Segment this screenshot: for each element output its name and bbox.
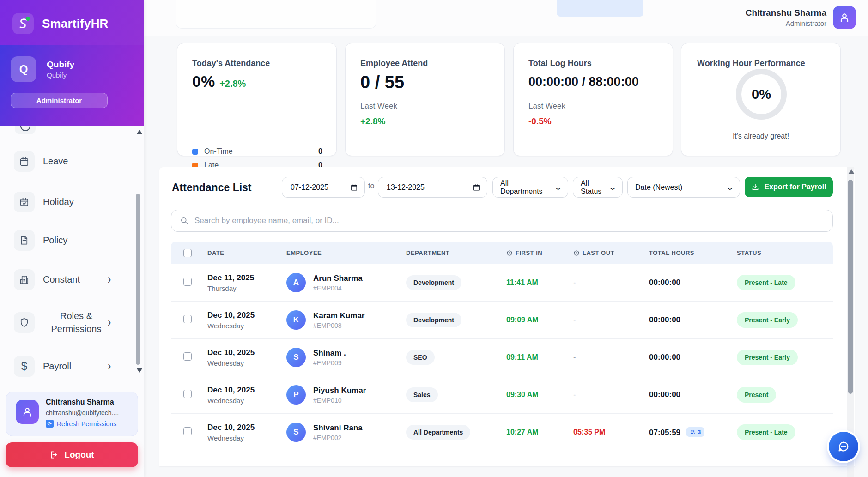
employee-avatar: A [286, 273, 306, 292]
sidebar: SmartifyHR Q Qubify Qubify Administrator… [0, 0, 144, 477]
logout-button[interactable]: Logout [6, 442, 138, 467]
column-status[interactable]: STATUS [737, 249, 828, 256]
row-checkbox[interactable] [183, 352, 192, 361]
sidebar-item-label: Payroll [43, 361, 71, 372]
row-checkbox[interactable] [183, 315, 192, 323]
dollar-icon: $ [14, 356, 35, 377]
sidebar-item-policy[interactable]: Policy [0, 229, 144, 251]
sidebar-item-constant[interactable]: Constant › [0, 269, 144, 290]
chat-support-button[interactable] [829, 432, 858, 461]
refresh-permissions-link[interactable]: ⟳ Refresh Permissions [46, 420, 116, 428]
employee-name: Shinam . [313, 349, 346, 358]
performance-percent: 0% [752, 87, 771, 102]
logout-icon [49, 450, 59, 459]
total-hours: 00:00:00 [649, 278, 680, 287]
shield-icon [14, 312, 35, 333]
department-badge: All Departments [406, 425, 470, 440]
search-input[interactable] [194, 216, 824, 225]
sidebar-item-holiday[interactable]: Holiday [0, 191, 144, 212]
column-total-hours[interactable]: TOTAL HOURS [649, 249, 737, 256]
select-all-checkbox[interactable] [183, 249, 192, 257]
attendance-delta: +2.8% [219, 78, 246, 89]
employee-id: #EMP004 [313, 284, 363, 292]
employee-avatar: P [286, 385, 306, 405]
last-out-time: 05:35 PM [573, 428, 605, 436]
employee-attend-value: 0 / 55 [360, 72, 404, 92]
row-weekday: Wednesday [207, 322, 286, 330]
column-last-out[interactable]: LAST OUT [573, 249, 649, 256]
employee-name: Arun Sharma [313, 274, 363, 283]
row-weekday: Wednesday [207, 434, 286, 442]
row-date: Dec 10, 2025 [207, 311, 286, 320]
main-scroll-up-arrow[interactable] [848, 169, 855, 174]
table-row: Dec 10, 2025WednesdayPPiyush Kumar#EMP01… [171, 376, 833, 414]
sort-select[interactable]: Date (Newest) ⌄ [627, 177, 740, 198]
attendance-table-body: Dec 11, 2025ThursdayAArun Sharma#EMP004D… [171, 264, 833, 451]
column-date[interactable]: DATE [207, 249, 286, 256]
sidebar-divider [0, 387, 144, 387]
column-first-in[interactable]: FIRST IN [506, 249, 573, 256]
smartifyhr-logo-icon [12, 13, 34, 34]
employee-name: Shivani Rana [313, 423, 363, 433]
document-icon [14, 230, 35, 251]
department-badge: Development [406, 275, 461, 290]
employee-id: #EMP009 [313, 359, 346, 367]
chevron-right-icon: › [108, 316, 111, 329]
last-out-time: - [573, 353, 576, 361]
sidebar-user-email: chitranshu@qubifytech.... [46, 409, 119, 417]
smartifyhr-dashboard: SmartifyHR Q Qubify Qubify Administrator… [0, 0, 868, 477]
sidebar-scrollbar-thumb[interactable] [136, 194, 140, 365]
first-in-time: 10:27 AM [506, 428, 539, 436]
performance-donut: 0% [736, 69, 787, 120]
refresh-icon: ⟳ [46, 420, 54, 428]
sidebar-scroll-down-arrow[interactable] [137, 368, 142, 373]
sidebar-item-roles-permissions[interactable]: Roles & Permissions › [0, 308, 144, 336]
status-filter-select[interactable]: All Status ⌄ [573, 177, 623, 198]
sidebar-item-payroll[interactable]: $ Payroll › [0, 356, 144, 377]
department-filter-select[interactable]: All Departments ⌄ [492, 177, 568, 198]
employee-attend-card: Employee Attend 0 / 55 Last Week +2.8% [345, 43, 505, 156]
total-log-hours-card: Total Log Hours 00:00:00 / 88:00:00 Last… [513, 43, 673, 156]
card-title: Total Log Hours [528, 59, 592, 68]
org-switcher[interactable]: Q Qubify Qubify [11, 56, 74, 82]
employee-id: #EMP008 [313, 322, 365, 329]
employee-name: Karam Kumar [313, 311, 365, 320]
org-name: Qubify [47, 60, 74, 70]
chat-icon [837, 440, 850, 453]
chevron-right-icon: › [108, 360, 111, 373]
sidebar-scroll-up-arrow[interactable] [137, 130, 142, 134]
calendar-icon [473, 183, 480, 191]
row-checkbox[interactable] [183, 427, 192, 435]
row-checkbox[interactable] [183, 390, 192, 398]
clock-icon [506, 250, 513, 256]
group-count-badge[interactable]: 3 [686, 427, 704, 437]
status-badge: Present [737, 387, 776, 403]
department-badge: SEO [406, 350, 435, 365]
date-range-to-label: to [368, 182, 374, 190]
calendar-check-icon [14, 192, 35, 212]
date-from-input[interactable]: 07-12-2025 [282, 177, 365, 198]
sidebar-item-leave[interactable]: Leave [0, 151, 144, 172]
chevron-down-icon: ⌄ [608, 183, 617, 192]
row-date: Dec 10, 2025 [207, 348, 286, 357]
todays-attendance-card: Today's Attendance 0%+2.8% On-Time 0 Lat… [177, 43, 337, 156]
sidebar-user-name: Chitranshu Sharma [46, 398, 114, 406]
logo-status-dot [26, 17, 30, 21]
calendar-icon [350, 183, 358, 191]
column-employee[interactable]: EMPLOYEE [286, 249, 406, 256]
date-to-input[interactable]: 13-12-2025 [378, 177, 487, 198]
header-user-avatar[interactable] [833, 6, 856, 29]
card-title: Today's Attendance [192, 59, 270, 68]
column-department[interactable]: DEPARTMENT [406, 249, 506, 256]
sidebar-user-card: Chitranshu Sharma chitranshu@qubifytech.… [6, 392, 138, 436]
org-avatar: Q [11, 56, 36, 82]
period-label: Last Week [360, 102, 397, 111]
header-user-menu[interactable]: Chitranshu Sharma Administrator [746, 6, 856, 29]
people-icon [690, 429, 696, 435]
main-scrollbar-thumb[interactable] [848, 180, 853, 394]
search-icon [180, 216, 189, 225]
header-user-role: Administrator [746, 19, 826, 27]
export-for-payroll-button[interactable]: Export for Payroll [745, 177, 833, 197]
header-user-name: Chitranshu Sharma [746, 8, 826, 18]
row-checkbox[interactable] [183, 278, 192, 286]
